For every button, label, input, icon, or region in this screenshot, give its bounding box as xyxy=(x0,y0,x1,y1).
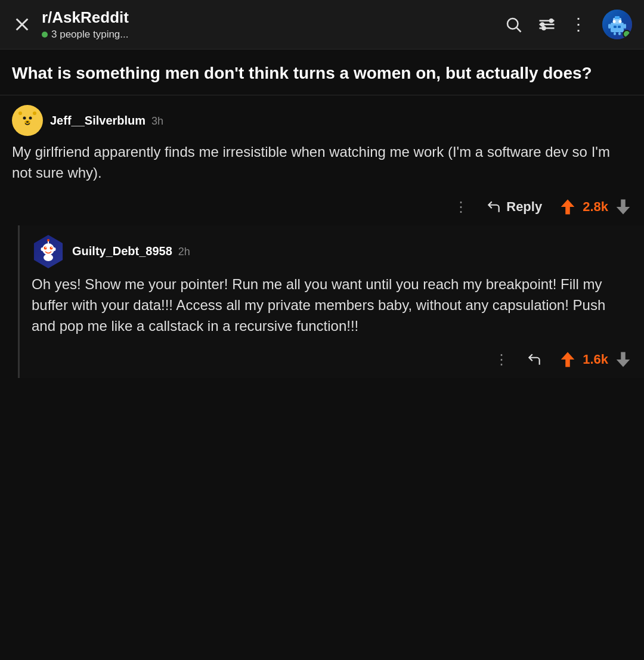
user-avatar[interactable] xyxy=(601,8,633,41)
svg-rect-20 xyxy=(608,24,611,29)
svg-rect-18 xyxy=(614,26,617,28)
comment-nested: Guilty_Debt_8958 2h Oh yes! Show me your… xyxy=(20,225,644,378)
nested-comment-meta: Guilty_Debt_8958 2h xyxy=(72,244,190,258)
reply-button[interactable]: Reply xyxy=(486,199,542,215)
comment-meta: Jeff__Silverblum 3h xyxy=(50,114,163,128)
svg-point-42 xyxy=(44,254,53,261)
comment-top-level: Jeff__Silverblum 3h My girlfriend appare… xyxy=(0,95,644,225)
subreddit-title-area: r/AskReddit 3 people typing... xyxy=(42,8,495,40)
post-title-area: What is something men don't think turns … xyxy=(0,49,644,95)
search-button[interactable] xyxy=(503,14,524,35)
svg-point-17 xyxy=(619,20,622,23)
svg-point-36 xyxy=(44,246,47,249)
nested-comment-actions: ⋮ 1.6k xyxy=(32,345,632,378)
comment-avatar xyxy=(12,105,43,136)
svg-rect-22 xyxy=(614,32,616,35)
svg-point-40 xyxy=(41,247,44,251)
nested-reply-button[interactable] xyxy=(527,352,542,367)
post-title: What is something men don't think turns … xyxy=(12,63,632,84)
svg-point-10 xyxy=(543,27,546,30)
svg-point-4 xyxy=(541,23,544,26)
svg-point-35 xyxy=(47,239,49,241)
comments-area: Jeff__Silverblum 3h My girlfriend appare… xyxy=(0,95,644,378)
svg-rect-21 xyxy=(624,24,626,29)
svg-rect-23 xyxy=(618,32,621,35)
status-dot xyxy=(42,32,48,38)
svg-point-29 xyxy=(23,117,26,120)
comment-body: My girlfriend apparently finds me irresi… xyxy=(12,142,632,184)
svg-rect-19 xyxy=(618,26,621,28)
nested-downvote-button[interactable] xyxy=(614,351,632,368)
svg-point-16 xyxy=(613,20,616,23)
vote-area: 2.8k xyxy=(559,198,632,216)
upvote-button[interactable] xyxy=(559,198,577,216)
comment-more-button[interactable]: ⋮ xyxy=(454,199,469,215)
nested-vote-area: 1.6k xyxy=(559,351,632,368)
more-options-button[interactable]: ⋮ xyxy=(570,16,588,33)
top-bar-actions: ⋮ xyxy=(503,8,633,41)
svg-point-27 xyxy=(18,111,22,115)
svg-point-38 xyxy=(45,247,47,248)
nested-comment-header: Guilty_Debt_8958 2h xyxy=(32,235,632,268)
comment-nested-wrapper: Guilty_Debt_8958 2h Oh yes! Show me your… xyxy=(18,225,644,378)
svg-point-32 xyxy=(26,122,29,123)
svg-rect-15 xyxy=(615,16,620,19)
nested-comment-avatar xyxy=(32,235,65,268)
nested-comment-more-button[interactable]: ⋮ xyxy=(494,351,510,368)
reply-label: Reply xyxy=(506,199,542,215)
svg-point-28 xyxy=(33,111,36,115)
svg-point-30 xyxy=(29,117,32,120)
filter-button[interactable] xyxy=(537,14,557,35)
svg-point-2 xyxy=(507,18,518,29)
comment-header: Jeff__Silverblum 3h xyxy=(12,105,632,136)
subreddit-name: r/AskReddit xyxy=(42,8,495,27)
typing-status: 3 people typing... xyxy=(42,29,495,41)
nested-comment-username: Guilty_Debt_8958 xyxy=(72,244,172,258)
nested-comment-body: Oh yes! Show me your pointer! Run me all… xyxy=(32,274,632,336)
comment-username: Jeff__Silverblum xyxy=(50,114,145,128)
comment-time: 3h xyxy=(151,115,163,128)
nested-comment-time: 2h xyxy=(178,246,190,258)
avatar-online-badge xyxy=(623,30,631,38)
nested-vote-count: 1.6k xyxy=(583,352,608,367)
svg-point-39 xyxy=(51,247,52,248)
nested-upvote-button[interactable] xyxy=(559,351,577,368)
svg-point-5 xyxy=(550,19,553,22)
svg-rect-13 xyxy=(611,23,624,32)
close-button[interactable] xyxy=(11,13,33,36)
svg-line-3 xyxy=(517,28,521,32)
vote-count: 2.8k xyxy=(583,199,608,215)
svg-point-37 xyxy=(50,246,53,249)
comment-actions: ⋮ Reply 2.8k xyxy=(12,192,632,225)
top-bar: r/AskReddit 3 people typing... xyxy=(0,0,644,49)
svg-point-41 xyxy=(53,247,56,251)
status-text: 3 people typing... xyxy=(51,29,128,41)
downvote-button[interactable] xyxy=(614,198,632,216)
